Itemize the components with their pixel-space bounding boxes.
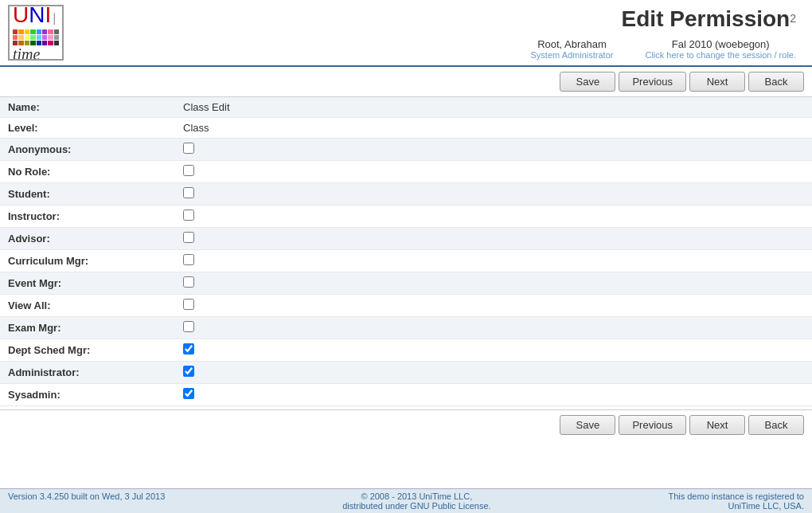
logo-n: N xyxy=(29,5,45,28)
field-label: Curriculum Mgr: xyxy=(0,250,175,272)
field-value[interactable] xyxy=(175,339,812,362)
top-toolbar: Save Previous Next Back xyxy=(0,67,812,97)
logo-u: U xyxy=(13,5,29,28)
logo-bar-cell xyxy=(13,29,18,34)
field-label: Name: xyxy=(0,97,175,118)
user-name: Root, Abraham xyxy=(537,38,607,50)
field-value[interactable] xyxy=(175,295,812,317)
save-button-bottom[interactable]: Save xyxy=(560,415,615,435)
field-value: Class xyxy=(175,118,812,139)
field-checkbox[interactable] xyxy=(183,210,194,221)
logo-bar-cell xyxy=(37,29,41,34)
field-checkbox[interactable] xyxy=(183,343,194,354)
logo-bar-cell xyxy=(42,41,47,45)
logo-bar-cell xyxy=(54,35,59,40)
field-value[interactable] xyxy=(175,384,812,406)
table-row: Dept Sched Mgr: xyxy=(0,339,812,362)
session-link[interactable]: Click here to change the session / role. xyxy=(645,50,796,60)
logo-bar-cell xyxy=(25,29,29,34)
logo-bar-cell xyxy=(48,41,53,45)
field-value[interactable] xyxy=(175,272,812,295)
form-table: Name:Class EditLevel:ClassAnonymous:No R… xyxy=(0,97,812,406)
session-info[interactable]: Fal 2010 (woebegon) Click here to change… xyxy=(645,38,796,60)
logo-bar-cell xyxy=(37,35,41,40)
field-label: Student: xyxy=(0,183,175,206)
field-value[interactable] xyxy=(175,250,812,272)
field-text-value: Class Edit xyxy=(183,101,230,113)
footer-registration: This demo instance is registered to UniT… xyxy=(668,491,804,511)
footer: Version 3.4.250 built on Wed, 3 Jul 2013… xyxy=(0,488,812,513)
field-value[interactable] xyxy=(175,206,812,228)
table-row: Exam Mgr: xyxy=(0,317,812,339)
logo-bar-cell xyxy=(30,29,35,34)
field-value[interactable] xyxy=(175,317,812,339)
field-checkbox[interactable] xyxy=(183,187,194,198)
field-checkbox[interactable] xyxy=(183,232,194,243)
previous-button-bottom[interactable]: Previous xyxy=(619,415,686,435)
logo-time-text: time xyxy=(13,45,40,61)
field-label: Event Mgr: xyxy=(0,272,175,295)
back-button-top[interactable]: Back xyxy=(748,72,804,92)
field-checkbox[interactable] xyxy=(183,299,194,310)
field-label: View All: xyxy=(0,295,175,317)
user-role: System Administrator xyxy=(531,50,614,60)
table-row: Curriculum Mgr: xyxy=(0,250,812,272)
field-value: Class Edit xyxy=(175,97,812,118)
next-button-bottom[interactable]: Next xyxy=(689,415,745,435)
logo-bar-cell xyxy=(18,29,23,34)
field-label: Administrator: xyxy=(0,362,175,384)
field-checkbox[interactable] xyxy=(183,276,194,288)
field-value[interactable] xyxy=(175,362,812,384)
logo-bar-cell xyxy=(48,29,53,34)
field-value[interactable] xyxy=(175,139,812,161)
table-row: Anonymous: xyxy=(0,139,812,161)
logo-i: I xyxy=(45,5,51,28)
field-checkbox[interactable] xyxy=(183,165,194,176)
table-row: No Role: xyxy=(0,161,812,183)
logo-top-row: UNI| xyxy=(13,5,56,28)
session-name: Fal 2010 (woebegon) xyxy=(672,38,770,50)
user-info: Root, Abraham System Administrator xyxy=(531,38,614,60)
field-value[interactable] xyxy=(175,161,812,183)
logo-bar-cell xyxy=(25,35,29,40)
logo-bar-cell xyxy=(54,29,59,34)
previous-button-top[interactable]: Previous xyxy=(619,72,686,92)
table-row: Student: xyxy=(0,183,812,206)
next-button-top[interactable]: Next xyxy=(689,72,745,92)
field-value[interactable] xyxy=(175,183,812,206)
table-row: Administrator: xyxy=(0,362,812,384)
logo-bar-cell xyxy=(48,35,53,40)
save-button-top[interactable]: Save xyxy=(560,72,615,92)
table-row: Sysadmin: xyxy=(0,384,812,406)
field-label: Exam Mgr: xyxy=(0,317,175,339)
field-checkbox[interactable] xyxy=(183,321,194,332)
logo-bar-cell xyxy=(18,35,23,40)
table-row: Advisor: xyxy=(0,228,812,250)
field-checkbox[interactable] xyxy=(183,366,194,377)
field-value[interactable] xyxy=(175,228,812,250)
table-row: View All: xyxy=(0,295,812,317)
bottom-toolbar: Save Previous Next Back xyxy=(0,409,812,440)
logo-inner: UNI| time xyxy=(13,5,59,61)
table-row: Level:Class xyxy=(0,118,812,139)
header: UNI| time Edit Permission2 Root, Abraham… xyxy=(0,0,812,67)
table-row: Name:Class Edit xyxy=(0,97,812,118)
logo-bar-cell xyxy=(13,35,18,40)
header-title-area: Edit Permission2 Root, Abraham System Ad… xyxy=(68,6,804,60)
logo-bar-cell xyxy=(54,41,59,45)
field-text-value: Class xyxy=(183,122,209,134)
field-checkbox[interactable] xyxy=(183,388,194,399)
field-label: Level: xyxy=(0,118,175,139)
page-title-row: Edit Permission2 xyxy=(68,6,796,32)
main-content: Name:Class EditLevel:ClassAnonymous:No R… xyxy=(0,97,812,406)
logo-box: UNI| time xyxy=(8,5,64,61)
field-checkbox[interactable] xyxy=(183,254,194,265)
page-title: Edit Permission xyxy=(622,6,791,31)
logo-bar-cell xyxy=(42,29,47,34)
page-title-superscript: 2 xyxy=(790,11,796,24)
field-checkbox[interactable] xyxy=(183,143,194,154)
back-button-bottom[interactable]: Back xyxy=(748,415,804,435)
logo-area: UNI| time xyxy=(8,5,68,61)
field-label: Instructor: xyxy=(0,206,175,228)
footer-copyright: © 2008 - 2013 UniTime LLC, distributed u… xyxy=(342,491,490,511)
